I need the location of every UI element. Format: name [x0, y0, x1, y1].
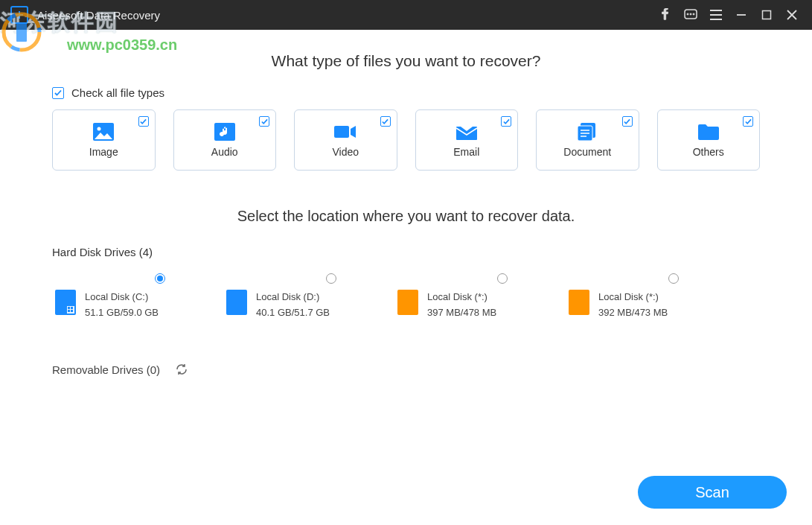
- file-type-audio[interactable]: Audio: [173, 109, 277, 171]
- drive-c-icon: [55, 290, 76, 315]
- drive-4-name: Local Disk (*:): [598, 291, 668, 302]
- audio-icon: [214, 122, 236, 141]
- document-icon: [576, 122, 598, 141]
- app-logo-icon: [10, 6, 28, 24]
- document-checkbox[interactable]: [622, 116, 633, 127]
- file-type-document[interactable]: Document: [536, 109, 639, 171]
- drive-c[interactable]: Local Disk (C:) 51.1 GB/59.0 GB: [55, 290, 196, 318]
- svg-rect-17: [71, 307, 73, 309]
- svg-rect-11: [334, 126, 349, 138]
- drive-d-radio[interactable]: [326, 273, 336, 284]
- drive-3-size: 397 MB/478 MB: [427, 307, 496, 318]
- image-checkbox[interactable]: [138, 116, 149, 127]
- document-label: Document: [563, 146, 611, 158]
- drive-4-size: 392 MB/473 MB: [598, 307, 668, 318]
- file-type-cards: Image Audio Video Email: [52, 109, 760, 171]
- check-all-checkbox[interactable]: [52, 87, 64, 99]
- drive-d-size: 40.1 GB/51.7 GB: [256, 307, 330, 318]
- scan-button-label: Scan: [695, 484, 729, 501]
- others-checkbox[interactable]: [743, 116, 753, 127]
- svg-rect-18: [68, 310, 70, 312]
- drive-3-radio[interactable]: [497, 273, 508, 284]
- feedback-icon[interactable]: [680, 4, 702, 26]
- drive-list: Local Disk (C:) 51.1 GB/59.0 GB Local Di…: [52, 290, 760, 318]
- image-icon: [92, 122, 115, 141]
- maximize-button[interactable]: [755, 4, 778, 26]
- check-all-row[interactable]: Check all file types: [52, 86, 760, 99]
- email-icon: [455, 122, 478, 141]
- removable-section-label: Removable Drives (0): [52, 363, 160, 376]
- refresh-button[interactable]: [173, 361, 190, 378]
- others-label: Others: [693, 146, 724, 158]
- scan-button[interactable]: Scan: [638, 476, 787, 509]
- drive-d[interactable]: Local Disk (D:) 40.1 GB/51.7 GB: [226, 290, 368, 318]
- menu-icon[interactable]: [705, 4, 727, 26]
- drive-d-name: Local Disk (D:): [256, 291, 330, 302]
- close-button[interactable]: [781, 4, 803, 26]
- svg-point-2: [690, 13, 691, 15]
- svg-point-9: [97, 127, 101, 131]
- audio-label: Audio: [211, 146, 238, 158]
- drive-d-icon: [226, 290, 247, 315]
- svg-point-1: [687, 13, 688, 15]
- email-label: Email: [453, 146, 479, 158]
- file-type-others[interactable]: Others: [657, 109, 761, 171]
- titlebar: Aiseesoft Data Recovery: [0, 0, 812, 30]
- email-checkbox[interactable]: [501, 116, 511, 127]
- folder-icon: [697, 122, 720, 141]
- image-label: Image: [89, 146, 118, 158]
- drive-c-size: 51.1 GB/59.0 GB: [85, 307, 159, 318]
- drive-4-icon: [569, 290, 589, 315]
- file-type-email[interactable]: Email: [415, 109, 519, 171]
- video-label: Video: [332, 146, 359, 158]
- drive-3-icon: [397, 290, 418, 315]
- file-type-image[interactable]: Image: [52, 109, 156, 171]
- svg-rect-16: [68, 307, 70, 309]
- facebook-icon[interactable]: [654, 4, 677, 26]
- drive-4-radio[interactable]: [668, 273, 679, 284]
- check-all-label: Check all file types: [71, 86, 164, 99]
- drive-c-name: Local Disk (C:): [85, 291, 159, 302]
- drive-3-name: Local Disk (*:): [427, 291, 496, 302]
- file-type-heading: What type of files you want to recover?: [52, 52, 760, 70]
- svg-point-3: [693, 13, 694, 15]
- hdd-section-label: Hard Disk Drives (4): [52, 246, 760, 258]
- minimize-button[interactable]: [730, 4, 752, 26]
- video-checkbox[interactable]: [380, 116, 391, 127]
- drive-3[interactable]: Local Disk (*:) 397 MB/478 MB: [397, 290, 539, 318]
- drive-4[interactable]: Local Disk (*:) 392 MB/473 MB: [569, 290, 710, 318]
- drive-c-radio[interactable]: [155, 273, 165, 284]
- app-title: Aiseesoft Data Recovery: [37, 9, 160, 22]
- svg-rect-4: [763, 11, 771, 19]
- file-type-video[interactable]: Video: [294, 109, 397, 171]
- location-heading: Select the location where you want to re…: [52, 208, 760, 225]
- svg-rect-19: [71, 310, 73, 312]
- video-icon: [334, 122, 357, 141]
- audio-checkbox[interactable]: [259, 116, 269, 127]
